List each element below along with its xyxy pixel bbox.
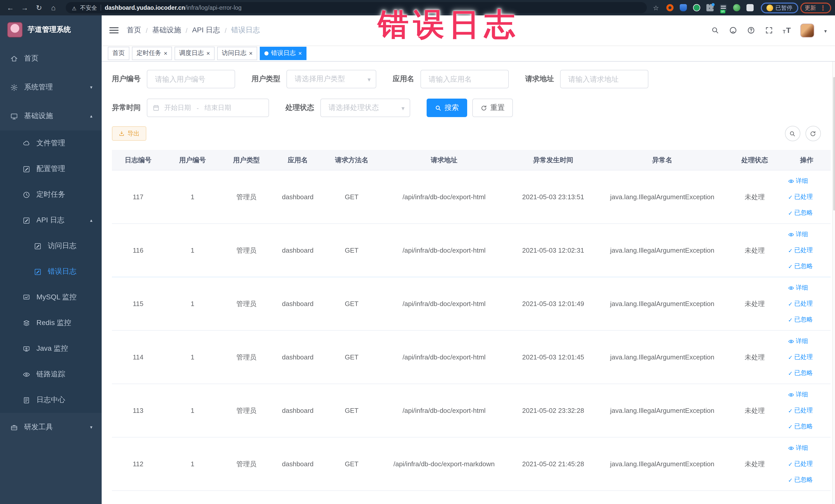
- tab-schedule-log[interactable]: 调度日志: [175, 46, 215, 60]
- sidebar-item-scheduled-tasks[interactable]: 定时任务: [0, 182, 102, 207]
- sidebar-item-log-center[interactable]: 日志中心: [0, 387, 102, 413]
- sidebar-item-label: 链路追踪: [37, 370, 65, 379]
- cell-log-id: 117: [112, 193, 164, 201]
- tab-close-icon[interactable]: [298, 50, 302, 56]
- user-menu-caret-icon[interactable]: [824, 26, 827, 35]
- detail-link[interactable]: 详细: [788, 337, 808, 346]
- browser-reload-icon[interactable]: [33, 2, 45, 14]
- breadcrumb-home[interactable]: 首页: [127, 26, 141, 35]
- mark-processed-link[interactable]: 已处理: [788, 193, 813, 201]
- page-scrollbar[interactable]: [832, 15, 835, 504]
- extension-green-icon[interactable]: [693, 4, 700, 11]
- detail-link[interactable]: 详细: [788, 283, 808, 292]
- export-button[interactable]: 导出: [112, 126, 146, 141]
- detail-link[interactable]: 详细: [788, 444, 808, 452]
- user-type-label: 用户类型: [251, 75, 280, 84]
- extension-shield-icon[interactable]: [679, 4, 687, 11]
- tab-close-icon[interactable]: [206, 50, 210, 56]
- browser-home-icon[interactable]: [47, 2, 60, 14]
- fullscreen-icon[interactable]: [765, 26, 773, 35]
- cell-method: GET: [323, 407, 380, 415]
- sidebar-item-access-log[interactable]: 访问日志: [0, 233, 102, 259]
- mark-ignored-link[interactable]: 已忽略: [788, 315, 813, 324]
- sidebar-item-error-log[interactable]: 错误日志: [0, 259, 102, 284]
- sidebar-item-system[interactable]: 系统管理: [0, 73, 102, 102]
- browser-update-chip[interactable]: 更新: [800, 2, 831, 13]
- request-url-input[interactable]: [560, 70, 648, 88]
- mark-processed-link[interactable]: 已处理: [788, 406, 813, 415]
- tab-error-log[interactable]: 错误日志: [260, 46, 306, 60]
- tab-close-icon[interactable]: [164, 50, 167, 56]
- sidebar-item-trace[interactable]: 链路追踪: [0, 362, 102, 387]
- toggle-search-button[interactable]: [785, 126, 800, 141]
- date-range-picker[interactable]: 开始日期 - 结束日期: [147, 99, 269, 117]
- browser-back-icon[interactable]: [4, 2, 16, 14]
- sidebar-logo[interactable]: 芋道管理系统: [0, 15, 102, 44]
- process-status-select[interactable]: 请选择处理状态: [320, 99, 410, 117]
- tab-home[interactable]: 首页: [108, 46, 129, 60]
- column-header: 处理状态: [727, 155, 783, 165]
- chevron-down-icon: [90, 85, 93, 90]
- reset-button[interactable]: 重置: [472, 99, 513, 117]
- mark-ignored-link[interactable]: 已忽略: [788, 422, 813, 431]
- bookmark-star-icon[interactable]: [653, 3, 659, 12]
- mark-ignored-link[interactable]: 已忽略: [788, 208, 813, 217]
- sidebar-item-label: Redis 监控: [37, 318, 71, 328]
- mark-ignored-link[interactable]: 已忽略: [788, 476, 813, 484]
- profile-paused-chip[interactable]: 已暂停: [760, 2, 798, 13]
- reset-button-label: 重置: [490, 103, 505, 113]
- mark-processed-link[interactable]: 已处理: [788, 299, 813, 308]
- app-name-input[interactable]: [421, 70, 509, 88]
- security-label[interactable]: 不安全: [80, 4, 97, 12]
- tab-access-log[interactable]: 访问日志: [217, 46, 257, 60]
- user-type-select[interactable]: 请选择用户类型: [286, 70, 376, 88]
- sidebar-item-redis-monitor[interactable]: Redis 监控: [0, 310, 102, 336]
- sidebar-item-label: 定时任务: [37, 190, 65, 199]
- github-icon[interactable]: [729, 26, 737, 35]
- user-avatar[interactable]: [801, 23, 814, 37]
- search-icon: [789, 130, 796, 137]
- sidebar-item-api-log[interactable]: API 日志: [0, 207, 102, 233]
- browser-forward-icon[interactable]: [19, 2, 31, 14]
- address-bar[interactable]: 不安全 dashboard.yudao.iocoder.cn/infra/log…: [66, 2, 647, 13]
- tab-scheduled-tasks[interactable]: 定时任务: [132, 46, 172, 60]
- mark-ignored-link[interactable]: 已忽略: [788, 369, 813, 378]
- mark-processed-link[interactable]: 已处理: [788, 460, 813, 468]
- update-label: 更新: [805, 4, 816, 12]
- hamburger-icon[interactable]: [109, 26, 119, 35]
- detail-link[interactable]: 详细: [788, 230, 808, 239]
- cell-log-id: 113: [112, 407, 164, 415]
- sidebar: 芋道管理系统 首页 系统管理 基础设施 文件管理 配: [0, 15, 102, 504]
- extension-orange-icon[interactable]: [666, 4, 673, 11]
- help-icon[interactable]: [747, 26, 755, 35]
- sidebar-item-home[interactable]: 首页: [0, 44, 102, 73]
- extensions-puzzle-icon[interactable]: [746, 4, 753, 11]
- check-icon: [788, 316, 793, 323]
- sidebar-item-dev-tools[interactable]: 研发工具: [0, 413, 102, 442]
- extension-leaf-icon[interactable]: [733, 4, 740, 11]
- sidebar-item-label: 首页: [24, 54, 39, 63]
- search-button[interactable]: 搜索: [427, 99, 467, 117]
- browser-menu-icon[interactable]: [820, 4, 826, 12]
- mark-processed-link[interactable]: 已处理: [788, 353, 813, 362]
- tab-close-icon[interactable]: [249, 50, 252, 56]
- cell-user-type: 管理员: [221, 459, 272, 468]
- mark-processed-link[interactable]: 已处理: [788, 246, 813, 255]
- refresh-table-button[interactable]: [805, 126, 821, 141]
- sidebar-item-config-management[interactable]: 配置管理: [0, 156, 102, 182]
- sidebar-item-infrastructure[interactable]: 基础设施: [0, 102, 102, 130]
- extension-adblock-icon[interactable]: on: [719, 4, 727, 11]
- scrollbar-thumb[interactable]: [833, 77, 835, 210]
- cell-user-id: 1: [164, 193, 221, 201]
- sidebar-item-file-management[interactable]: 文件管理: [0, 130, 102, 156]
- sidebar-item-java-monitor[interactable]: Java 监控: [0, 336, 102, 362]
- user-id-input[interactable]: [147, 70, 235, 88]
- sidebar-item-mysql-monitor[interactable]: MySQL 监控: [0, 284, 102, 310]
- font-size-icon[interactable]: [783, 26, 791, 35]
- mark-ignored-link[interactable]: 已忽略: [788, 262, 813, 270]
- search-icon[interactable]: [711, 26, 719, 35]
- detail-link[interactable]: 详细: [788, 390, 808, 399]
- detail-link[interactable]: 详细: [788, 177, 808, 185]
- extension-grid-icon[interactable]: [706, 4, 713, 11]
- cell-actions: 详细 已处理 已忽略: [783, 277, 831, 330]
